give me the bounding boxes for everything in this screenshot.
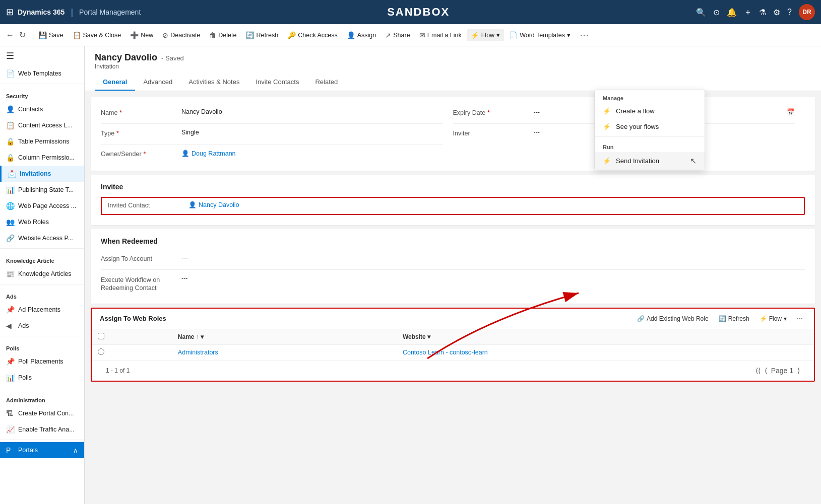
pagination-range: 1 - 1 of 1 (106, 367, 130, 374)
tab-activities-notes[interactable]: Activities & Notes (180, 74, 247, 91)
refresh-button[interactable]: 🔄 Refresh (241, 29, 282, 41)
web-roles-flow-button[interactable]: ⚡ Flow ▾ (756, 314, 790, 324)
polls-icon: 📊 (6, 374, 14, 382)
next-page-icon[interactable]: ⟩ (797, 367, 800, 375)
deactivate-button[interactable]: ⊘ Deactivate (158, 29, 204, 41)
help-icon[interactable]: ? (787, 8, 792, 17)
sidebar-item-web-page-access[interactable]: 🌐 Web Page Access ... (0, 198, 84, 214)
web-roles-flow-chevron-icon: ▾ (784, 315, 787, 322)
name-col-header[interactable]: Name ↑ ▾ (172, 329, 397, 345)
sidebar-item-column-permissions[interactable]: 🔒 Column Permissio... (0, 150, 84, 166)
tab-general[interactable]: General (95, 74, 135, 91)
sidebar-item-polls[interactable]: 📊 Polls (0, 370, 84, 386)
sidebar-item-publishing-state[interactable]: 📊 Publishing State T... (0, 182, 84, 198)
sidebar-item-web-templates[interactable]: 📄 Web Templates (0, 65, 84, 82)
invitee-section: Invitee Invited Contact 👤 Nancy Davolio (91, 175, 815, 225)
create-flow-item[interactable]: ⚡ Create a flow (595, 103, 705, 119)
assign-to-account-value[interactable]: --- (181, 254, 805, 261)
sidebar-item-contacts[interactable]: 👤 Contacts (0, 101, 84, 117)
sidebar-item-table-permissions[interactable]: 🔒 Table Permissions (0, 133, 84, 150)
knowledge-articles-icon: 📰 (6, 270, 14, 278)
owner-sender-label: Owner/Sender* (101, 150, 181, 158)
invited-contact-value[interactable]: 👤 Nancy Davolio (188, 201, 798, 208)
web-roles-header: Assign To Web Roles 🔗 Add Existing Web R… (92, 309, 814, 329)
word-templates-icon: 📄 (509, 31, 518, 39)
prev-page-icon[interactable]: ⟨ (765, 367, 767, 375)
avatar[interactable]: DR (799, 4, 815, 20)
sidebar-item-poll-placements[interactable]: 📌 Poll Placements (0, 353, 84, 370)
assign-button[interactable]: 👤 Assign (343, 29, 381, 41)
execute-workflow-value[interactable]: --- (181, 275, 805, 282)
sidebar-item-knowledge-articles[interactable]: 📰 Knowledge Articles (0, 266, 84, 282)
web-roles-title: Assign To Web Roles (100, 315, 166, 322)
tab-invite-contacts[interactable]: Invite Contacts (247, 74, 307, 91)
poll-placements-icon: 📌 (6, 357, 14, 366)
website-sort-icon: ▾ (427, 333, 430, 340)
sidebar-item-ad-placements[interactable]: 📌 Ad Placements (0, 302, 84, 318)
waffle-icon[interactable]: ⊞ (6, 7, 14, 18)
web-roles-container: Assign To Web Roles 🔗 Add Existing Web R… (91, 308, 815, 382)
sidebar-item-web-roles[interactable]: 👥 Web Roles (0, 214, 84, 230)
settings-circle-icon[interactable]: ⊙ (713, 8, 720, 17)
send-invitation-item[interactable]: ⚡ Send Invitation ↖ (595, 152, 705, 170)
back-button[interactable]: ← (4, 29, 16, 42)
sidebar-section-ads: Ads (0, 286, 84, 302)
filter-icon[interactable]: ⚗ (759, 8, 766, 17)
web-roles-refresh-button[interactable]: 🔄 Refresh (716, 314, 752, 324)
web-roles-icon: 👥 (6, 218, 14, 226)
add-existing-web-role-button[interactable]: 🔗 Add Existing Web Role (634, 314, 712, 324)
sidebar-hamburger[interactable]: ☰ (0, 46, 84, 65)
name-value[interactable]: Nancy Davolio (181, 108, 443, 115)
row-name[interactable]: Administrators (172, 344, 397, 360)
sidebar-item-enable-traffic[interactable]: 📈 Enable Traffic Ana... (0, 421, 84, 438)
select-all-checkbox[interactable] (98, 333, 104, 339)
tab-related[interactable]: Related (307, 74, 346, 91)
add-icon[interactable]: ＋ (744, 7, 752, 18)
new-button[interactable]: ➕ New (126, 29, 157, 41)
web-roles-more-button[interactable]: ⋯ (794, 314, 806, 324)
forward-button[interactable]: ↻ (17, 28, 28, 42)
invited-contact-label: Invited Contact (108, 201, 188, 209)
save-button[interactable]: 💾 Save (34, 29, 68, 41)
sidebar-item-content-access[interactable]: 📋 Content Access L... (0, 117, 84, 133)
web-templates-icon: 📄 (6, 69, 14, 78)
more-options-button[interactable]: ⋯ (576, 28, 593, 43)
content-area: Nancy Davolio - Saved Invitation General… (85, 46, 821, 382)
calendar-icon[interactable]: 📅 (787, 108, 795, 116)
save-close-button[interactable]: 📋 Save & Close (69, 29, 125, 41)
type-value[interactable]: Single (181, 129, 443, 136)
delete-button[interactable]: 🗑 Delete (205, 29, 240, 41)
check-access-button[interactable]: 🔑 Check Access (283, 29, 342, 41)
ads-icon: ◀ (6, 322, 14, 330)
gear-icon[interactable]: ⚙ (773, 8, 780, 17)
owner-sender-value[interactable]: 👤 Doug Rattmann (181, 150, 443, 157)
new-icon: ➕ (130, 31, 139, 39)
word-templates-button[interactable]: 📄 Word Templates ▾ (505, 29, 575, 41)
website-col-header[interactable]: Website ▾ (397, 329, 814, 345)
sidebar-item-create-portal[interactable]: 🏗 Create Portal Con... (0, 405, 84, 421)
run-section-label: Run (595, 139, 705, 152)
sidebar-item-ads[interactable]: ◀ Ads (0, 318, 84, 334)
first-page-icon[interactable]: ⟨⟨ (755, 367, 761, 375)
expiry-date-label: Expiry Date* (453, 108, 534, 116)
table-permissions-icon: 🔒 (6, 137, 14, 146)
bell-icon[interactable]: 🔔 (727, 8, 737, 17)
email-link-button[interactable]: ✉ Email a Link (415, 29, 466, 41)
record-saved-status: - Saved (161, 54, 184, 62)
sidebar-item-invitations[interactable]: 📩 Invitations (0, 166, 84, 182)
inviter-label: Inviter (453, 129, 534, 137)
when-redeemed-header: When Redeemed (101, 237, 805, 245)
record-name: Nancy Davolio (95, 52, 157, 63)
see-flows-item[interactable]: ⚡ See your flows (595, 119, 705, 134)
flow-button[interactable]: ⚡ Flow ▾ (467, 29, 504, 41)
sidebar-item-website-access[interactable]: 🔗 Website Access P... (0, 230, 84, 246)
row-radio[interactable] (98, 348, 104, 355)
row-website[interactable]: Contoso Learn - contoso-learn (397, 344, 814, 360)
record-header: Nancy Davolio - Saved Invitation General… (85, 46, 821, 91)
sidebar-section-security: Security (0, 86, 84, 101)
sidebar-item-portals[interactable]: P Portals ∧ (0, 442, 84, 458)
search-icon[interactable]: 🔍 (696, 8, 706, 17)
record-type: Invitation (95, 63, 811, 70)
share-button[interactable]: ↗ Share (381, 29, 414, 41)
tab-advanced[interactable]: Advanced (135, 74, 180, 91)
